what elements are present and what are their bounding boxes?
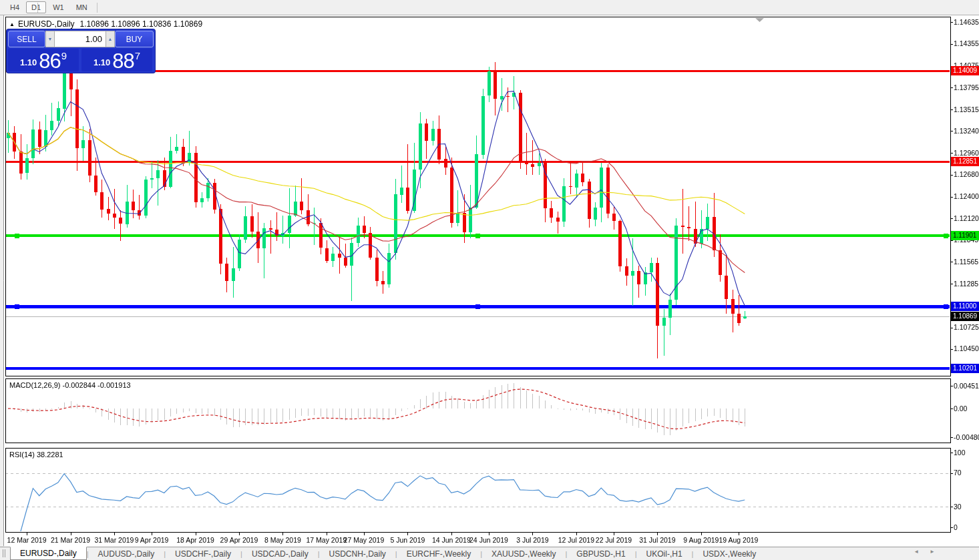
timeframe-button-h4[interactable]: H4 (5, 1, 25, 13)
date-label: 9 Aug 2019 (683, 536, 719, 544)
buy-price-pips: 88 (112, 52, 134, 70)
tab-eurusd-daily[interactable]: EURUSD-,Daily (10, 547, 87, 560)
buy-price-display[interactable]: 1.10 88 7 (81, 49, 152, 71)
timeframe-button-d1[interactable]: D1 (26, 1, 46, 13)
date-label: 24 Jun 2019 (469, 536, 508, 544)
date-label: 22 Jul 2019 (596, 536, 632, 544)
price-tick-label: 1.12120 (954, 214, 979, 223)
price-level-label: 1.11000 (951, 302, 979, 311)
price-level-label: 1.10869 (951, 312, 979, 321)
collapse-triangle-icon[interactable]: ▲ (9, 21, 15, 27)
price-level-label: 1.11901 (951, 231, 979, 240)
price-tick-label: 1.14355 (954, 39, 979, 48)
sell-price-point: 9 (61, 50, 67, 61)
date-label: 5 Jun 2019 (390, 536, 425, 544)
tabbar-grip-icon (3, 549, 5, 557)
price-tick-label: 1.12680 (954, 170, 979, 179)
price-tick-label: 1.10725 (954, 323, 979, 332)
volume-increase-button[interactable]: ▲ (106, 31, 115, 47)
buy-button[interactable]: BUY (115, 31, 154, 47)
rsi-scale-label: 70 (954, 469, 962, 477)
price-tick-label: 1.13795 (954, 83, 979, 92)
timeframe-button-mn[interactable]: MN (71, 1, 93, 13)
one-click-trade-panel: SELL ▼ 1.00 ▲ BUY 1.10 86 9 1.10 88 7 (7, 29, 155, 73)
price-tick-label: 1.10450 (954, 344, 979, 353)
tab-scroll-left-icon[interactable]: ◄ (914, 549, 919, 555)
tab-usdchf-daily[interactable]: USDCHF-,Daily (166, 547, 240, 560)
date-label: 8 May 2019 (264, 536, 301, 544)
date-label: 17 May 2019 (306, 536, 347, 544)
tab-scroll-right-icon[interactable]: ► (930, 549, 935, 555)
price-level-label: 1.10201 (951, 364, 979, 373)
timeframe-button-w1[interactable]: W1 (47, 1, 69, 13)
date-label: 18 Apr 2019 (176, 536, 214, 544)
date-label: 19 Aug 2019 (719, 536, 758, 544)
date-label: 9 Apr 2019 (135, 536, 169, 544)
date-label: 21 Mar 2019 (51, 536, 90, 544)
tab-xauusd-weekly[interactable]: XAUUSD-,Weekly (482, 547, 565, 560)
sell-price-big-figure: 1.10 (20, 57, 37, 67)
price-tick-label: 1.11565 (954, 258, 978, 266)
toolbar-separator (97, 3, 97, 13)
buy-price-big-figure: 1.10 (93, 57, 110, 67)
date-label: 31 Mar 2019 (94, 536, 134, 544)
date-label: 12 Mar 2019 (7, 536, 47, 544)
price-tick-label: 1.12400 (954, 192, 979, 201)
rsi-scale-label: 30 (954, 503, 962, 511)
price-tick-label: 1.11285 (954, 280, 978, 288)
sell-price-display[interactable]: 1.10 86 9 (8, 49, 79, 71)
date-label: 3 Jul 2019 (516, 536, 548, 544)
trading-terminal: { "toolbar": {"timeframes": ["H4", "D1",… (0, 0, 979, 560)
volume-decrease-button[interactable]: ▼ (45, 31, 55, 47)
macd-scale-label: -0.004806 (954, 433, 979, 442)
buy-price-point: 7 (135, 50, 140, 61)
timeframe-toolbar: H4D1W1MN (0, 0, 979, 15)
macd-scale-label: 0.004517 (954, 382, 979, 390)
chart-canvas[interactable] (0, 0, 979, 560)
price-level-label: 1.14009 (951, 66, 979, 75)
rsi-label: RSI(14) 38.2281 (9, 451, 63, 459)
date-label: 27 May 2019 (344, 536, 385, 544)
toolbar-separator (37, 3, 38, 13)
volume-input[interactable]: 1.00 (55, 31, 106, 47)
chart-symbol-label: EURUSD-,Daily (18, 19, 75, 29)
tab-usdcad-daily[interactable]: USDCAD-,Daily (242, 547, 318, 560)
symbol-tab-bar: EURUSD-,Daily|AUDUSD-,Daily|USDCHF-,Dail… (0, 547, 979, 560)
tab-audusd-daily[interactable]: AUDUSD-,Daily (89, 547, 164, 560)
sell-button[interactable]: SELL (8, 31, 45, 47)
rsi-scale-label: 100 (954, 449, 966, 457)
tab-usdcnh-daily[interactable]: USDCNH-,Daily (320, 547, 395, 560)
macd-scale-label: 0.00 (954, 404, 967, 413)
rsi-scale-label: 0 (954, 523, 958, 532)
macd-label: MACD(12,26,9) -0.002844 -0.001913 (9, 381, 131, 389)
chart-title: ▲EURUSD-,Daily1.10896 1.10896 1.10836 1.… (9, 19, 202, 29)
price-tick-label: 1.13240 (954, 127, 979, 135)
date-label: 14 Jun 2019 (432, 536, 471, 544)
tab-usdx-weekly[interactable]: USDX-,Weekly (693, 547, 765, 560)
tab-eurchf-weekly[interactable]: EURCHF-,Weekly (397, 547, 480, 560)
tab-gbpusd-h1[interactable]: GBPUSD-,H1 (567, 547, 634, 560)
date-label: 31 Jul 2019 (639, 536, 675, 544)
tab-ukoil-h1[interactable]: UKOil-,H1 (637, 547, 692, 560)
chart-ohlc-values: 1.10896 1.10896 1.10836 1.10869 (80, 19, 203, 29)
price-tick-label: 1.13515 (954, 105, 979, 114)
price-tick-label: 1.14635 (954, 18, 979, 27)
date-label: 29 Apr 2019 (220, 536, 258, 544)
price-level-label: 1.12851 (951, 157, 979, 166)
date-label: 12 Jul 2019 (558, 536, 594, 544)
sell-price-pips: 86 (39, 52, 60, 70)
tab-scroll-arrows: ◄ ► (914, 549, 935, 555)
price-tick-label: 1.12960 (954, 149, 979, 158)
